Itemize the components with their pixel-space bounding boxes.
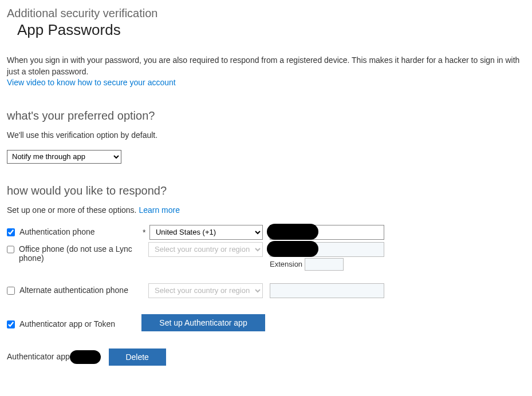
alt-phone-country-select: Select your country or region	[148, 283, 263, 298]
alt-phone-checkbox[interactable]	[7, 287, 15, 295]
preferred-option-heading: what's your preferred option?	[7, 109, 525, 122]
office-phone-checkbox[interactable]	[7, 245, 14, 254]
alt-phone-label: Alternate authentication phone	[19, 286, 128, 295]
auth-phone-label: Authentication phone	[19, 227, 95, 236]
required-star: *	[143, 228, 149, 237]
office-phone-country-select: Select your country or region	[148, 242, 263, 257]
office-phone-label: Office phone (do not use a Lync phone)	[19, 244, 136, 263]
respond-sub: Set up one or more of these options.	[7, 205, 139, 215]
registered-app-label: Authenticator app	[7, 351, 70, 361]
intro-text: When you sign in with your password, you…	[7, 56, 519, 76]
preferred-option-select[interactable]: Notify me through app	[7, 150, 121, 164]
extension-input	[305, 258, 344, 271]
preferred-option-sub: We'll use this verification option by de…	[7, 130, 525, 140]
tab-app-passwords[interactable]: App Passwords	[17, 21, 525, 39]
respond-heading: how would you like to respond?	[7, 184, 525, 197]
auth-phone-checkbox[interactable]	[7, 228, 15, 236]
redacted-office-phone	[267, 241, 318, 257]
auth-app-label: Authenticator app or Token	[19, 319, 115, 328]
auth-phone-country-select[interactable]: United States (+1)	[149, 225, 263, 240]
learn-more-link[interactable]: Learn more	[139, 205, 180, 215]
view-video-link[interactable]: View video to know how to secure your ac…	[7, 78, 176, 87]
tab-additional-security[interactable]: Additional security verification	[7, 7, 525, 20]
auth-app-checkbox[interactable]	[7, 320, 15, 328]
redacted-device-name	[70, 350, 101, 364]
setup-authenticator-button[interactable]: Set up Authenticator app	[141, 314, 265, 331]
delete-button[interactable]: Delete	[109, 349, 166, 366]
alt-phone-input[interactable]	[270, 283, 384, 298]
extension-label: Extension	[270, 260, 302, 268]
redacted-phone	[267, 224, 318, 240]
